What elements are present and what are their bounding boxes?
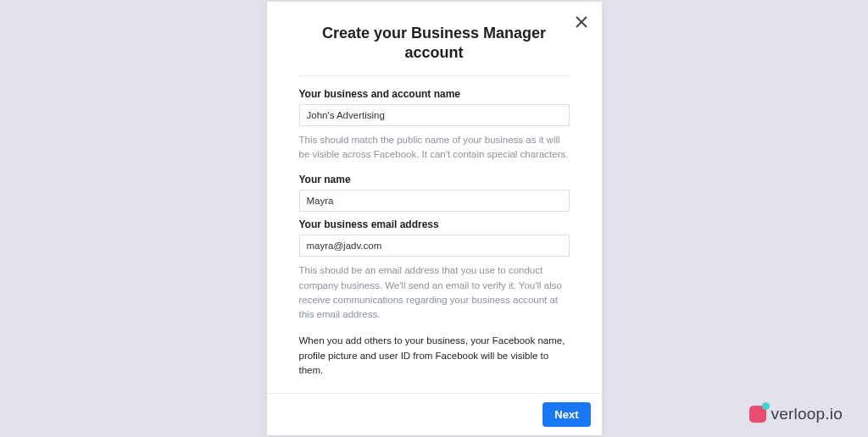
business-name-label: Your business and account name [299, 88, 570, 100]
modal-footer: Next [267, 393, 602, 435]
verloop-logo-text: verloop.io [771, 405, 843, 423]
divider [298, 75, 571, 76]
verloop-logo: verloop.io [749, 405, 843, 423]
modal-body: Create your Business Manager account You… [267, 2, 602, 393]
visibility-notice: When you add others to your business, yo… [299, 334, 570, 378]
next-button[interactable]: Next [542, 402, 590, 427]
create-business-manager-modal: Create your Business Manager account You… [267, 2, 602, 435]
modal-title: Create your Business Manager account [299, 24, 570, 64]
close-button[interactable] [571, 12, 592, 32]
business-email-label: Your business email address [299, 218, 570, 230]
your-name-input[interactable] [299, 190, 570, 212]
your-name-label: Your name [299, 174, 570, 185]
close-icon [576, 16, 587, 28]
business-name-help: This should match the public name of you… [299, 133, 570, 163]
verloop-logo-mark [749, 406, 766, 423]
business-email-help: This should be an email address that you… [299, 263, 570, 322]
business-email-input[interactable] [299, 235, 570, 257]
business-name-input[interactable] [299, 104, 570, 126]
